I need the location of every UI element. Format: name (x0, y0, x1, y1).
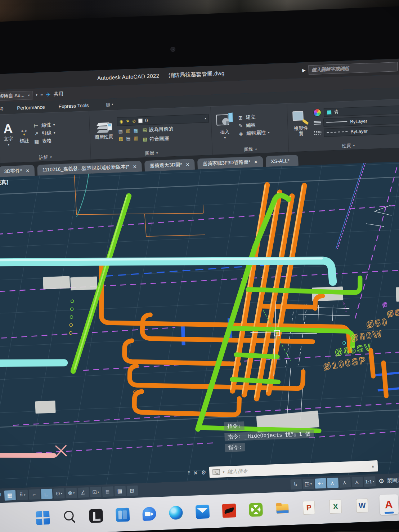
close-icon[interactable]: ✕ (193, 470, 198, 476)
ucs[interactable]: ↳ (290, 479, 302, 489)
red-dragon-app[interactable] (219, 500, 239, 521)
workspace-switcher[interactable]: 製圖與註解 - 移轉自 (387, 476, 399, 484)
excel[interactable]: X (326, 496, 345, 517)
document-tab-label: 1110216_嘉義發...監造說以這較新版本)* (42, 164, 130, 173)
isometric-drafting[interactable]: ⊗ ▾ (66, 488, 77, 498)
ortho-mode[interactable]: ∟ (41, 489, 53, 499)
layer-tool-icon[interactable]: ▥ (125, 128, 131, 135)
chat[interactable] (139, 503, 159, 524)
snap-mode[interactable]: ⠿ ▾ (17, 489, 28, 500)
annotation-scale[interactable]: ⋏ (351, 477, 363, 487)
create-block-button[interactable]: ⊞ 建立 (237, 113, 269, 121)
layer-tool-icon[interactable]: ▤ (125, 136, 132, 143)
table-button[interactable]: ▦ 表格 (33, 138, 55, 145)
close-icon[interactable]: ✕ (26, 168, 30, 173)
view-controls[interactable]: ◳ ▾ (302, 479, 314, 489)
layer-tool-icon[interactable]: ▦ (132, 128, 139, 135)
cyan-color-swatch (327, 110, 331, 115)
edit-block-button[interactable]: ✎ 編輯 (237, 121, 269, 129)
help-search-input[interactable]: 鍵入關鍵字或詞組 (308, 62, 398, 75)
bulb-icon: ◉ (119, 119, 123, 124)
object-snap[interactable]: ⊡ ▾ (90, 487, 102, 497)
share-label[interactable]: 共用 (53, 91, 63, 98)
annotation-scale-button[interactable]: 1:1 ▾ (364, 476, 376, 487)
search-arrow-icon[interactable]: ▶ (302, 68, 306, 73)
close-icon[interactable]: ✕ (254, 159, 258, 165)
document-tab-label: 嘉義透天3D圖* (149, 161, 182, 169)
drag-grip-icon[interactable]: ⠿ (187, 470, 190, 476)
chevron-down-icon[interactable]: ▾ (223, 470, 225, 474)
cyan-pipe-highlight (0, 247, 322, 272)
transparency[interactable]: ▩ (115, 486, 126, 496)
sun-icon: ✶ (126, 119, 130, 124)
powerpoint[interactable]: P (299, 497, 319, 518)
autocad[interactable]: A (379, 494, 399, 515)
word[interactable]: W (353, 495, 372, 516)
ribbon-tab-performance[interactable]: Performance (15, 103, 46, 111)
insert-block-button[interactable]: 插入 ▾ (213, 112, 236, 140)
edit-attributes-button[interactable]: ◈ 編輯屬性 ▾ (238, 129, 270, 137)
linetype-dropdown[interactable]: ByLayer (323, 115, 399, 127)
lineweight[interactable]: ≣ (102, 486, 114, 497)
app-icon (115, 508, 129, 522)
ribbon-extra-button[interactable]: ▨ ▾ (106, 102, 113, 107)
mail[interactable] (193, 501, 212, 522)
linear-dimension-button[interactable]: ⊢ 線性 ▾ (33, 122, 55, 129)
layer-tool-icon[interactable]: ▥ (133, 135, 139, 142)
table-icon: ▦ (33, 138, 40, 144)
status-right-buttons: ↳ ◳ ▾ ⌖ ▾ ⋏ ⋏ ⋏ (290, 477, 363, 490)
ribbon-tab-bim360[interactable]: BIM 360 (0, 105, 5, 113)
set-current-layer-button[interactable]: ▤ 設為目前的 (142, 126, 173, 133)
share-plane-icon[interactable]: ✈ (46, 91, 51, 98)
xbox[interactable] (246, 499, 265, 520)
chevron-down-icon: ▾ (8, 143, 10, 147)
close-icon[interactable]: ✕ (133, 164, 137, 169)
drawing-viewport[interactable]: Ø5 Ø50 Ø80W Ø65SV Ø100SP Ø ○○○○○ 視圖][擬真]… (0, 161, 399, 489)
viewport-canvas[interactable]: Ø5 Ø50 Ø80W Ø65SV Ø100SP Ø ○○○○○ (0, 161, 399, 489)
chevron-down-icon[interactable]: ▾ (36, 93, 37, 97)
grid-display[interactable]: ▦ (4, 490, 16, 501)
color-wheel-icon[interactable] (313, 108, 322, 117)
layer-tool-icon[interactable]: ▤ (117, 128, 124, 135)
layer-properties-button[interactable]: 圖層性質 (92, 122, 116, 140)
dynamic-input[interactable]: ⌐ (29, 489, 40, 500)
gizmo[interactable]: ⌖ ▾ (315, 478, 326, 489)
wrench-icon[interactable]: ⚙ (201, 469, 206, 476)
document-tab[interactable]: XS-ALL* (265, 155, 298, 167)
polar-tracking[interactable]: ⊙ ▾ (53, 488, 65, 499)
layer-tool-icons: ▤ ▥ ▦ ▧ ▤ ▥ (117, 127, 139, 143)
edge[interactable] (166, 502, 185, 523)
workspace-dropdown[interactable]: 註解 - 移轉自 Au... ▾ (0, 91, 33, 101)
chevron-down-icon: ▾ (111, 102, 113, 106)
layer-dropdown[interactable]: ◉ ✶ ⊘ 0 ▾ (117, 114, 209, 126)
dimension-tool-button[interactable]: ↔ ✶ 標註 (17, 124, 31, 144)
chevron-up-icon[interactable]: ▲ (371, 464, 375, 468)
file-explorer[interactable] (273, 498, 292, 519)
object-snap-tracking[interactable]: ∠ (78, 487, 89, 498)
layer-stack-icon (96, 122, 111, 134)
search[interactable] (59, 506, 79, 527)
text-tool-button[interactable]: A 文字 ▾ (1, 122, 16, 147)
dark-l-app[interactable] (86, 505, 106, 526)
selection-cycling[interactable]: ⊞ (127, 486, 138, 496)
start[interactable] (33, 508, 52, 528)
match-properties-button[interactable]: 複製性質 (290, 110, 312, 137)
viewport-controls-label[interactable]: 視圖][擬真] (0, 179, 8, 187)
close-icon[interactable]: ✕ (185, 162, 189, 167)
model-tab-label[interactable]: 型 (0, 492, 2, 500)
app-icon (275, 501, 290, 516)
annotation-autoscale[interactable]: ⋏ (339, 477, 351, 488)
annotation-visibility[interactable]: ⋏ (327, 478, 339, 488)
document-tab[interactable]: 3D零件* ✕ (0, 165, 35, 177)
lineweight-dropdown[interactable]: ByLayer (324, 125, 399, 137)
lineweight-icon (314, 131, 321, 135)
leader-button[interactable]: ↗ 引線 ▾ (33, 130, 55, 137)
match-layer-button[interactable]: ▧ 符合圖層 (143, 135, 174, 143)
qat-collapse-icon[interactable]: ≂ (40, 93, 43, 97)
layer-match-icon: ▧ (143, 137, 147, 142)
ribbon-tab-express-tools[interactable]: Express Tools (57, 102, 90, 110)
object-color-dropdown[interactable]: 青 (324, 105, 399, 117)
blue-window-app[interactable] (113, 504, 132, 525)
gear-icon[interactable]: ⚙ (378, 477, 385, 485)
layer-tool-icon[interactable]: ▧ (117, 136, 124, 143)
